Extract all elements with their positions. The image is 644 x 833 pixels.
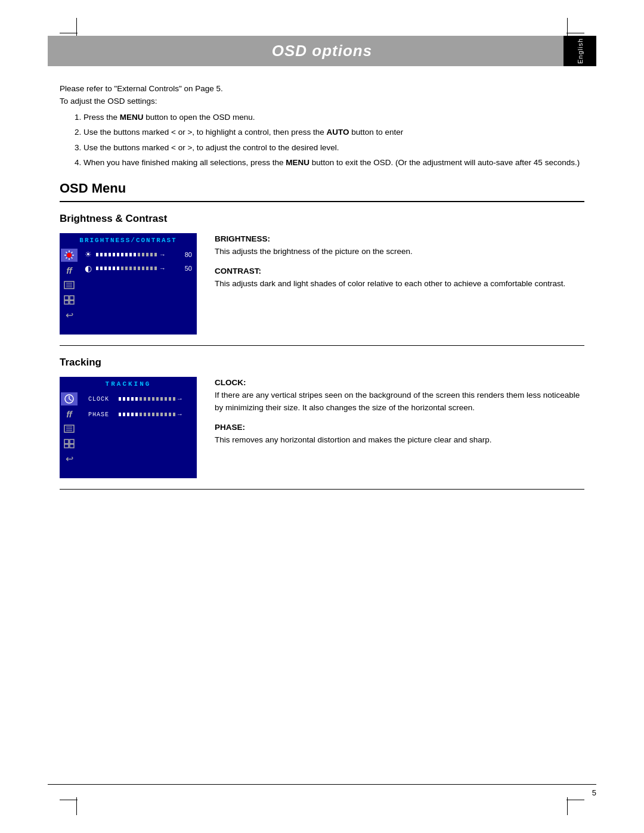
phase-desc-label: PHASE:: [215, 423, 245, 432]
brightness-label: BRIGHTNESS:: [215, 234, 270, 243]
brightness-desc: BRIGHTNESS: This adjusts the brightness …: [215, 233, 584, 258]
brightness-value: 80: [180, 251, 192, 258]
svg-rect-14: [70, 296, 74, 300]
brightness-contrast-section: Brightness & Contrast BRIGHTNESS/CONTRAS…: [60, 213, 584, 335]
osd-tracking-body: ff: [60, 390, 197, 478]
contrast-value: 50: [180, 265, 192, 272]
brightness-bar: →: [96, 251, 177, 258]
tracking-content: TRACKING ff: [60, 377, 584, 478]
osd-icon-5: ↩: [61, 308, 77, 321]
brightness-icon: ☀: [83, 250, 93, 259]
contrast-icon: ◐: [83, 264, 93, 273]
brightness-text: This adjusts the brightness of the pictu…: [215, 247, 413, 256]
svg-line-19: [69, 399, 72, 401]
svg-line-8: [66, 258, 67, 259]
brightness-contrast-content: BRIGHTNESS/CONTRAST: [60, 233, 584, 335]
svg-line-6: [72, 258, 73, 259]
step-4: When you have finished making all select…: [83, 157, 584, 169]
osd-main-col-brightness: ☀: [79, 246, 197, 335]
osd-track-icon-4: [61, 437, 77, 450]
language-tab: English: [564, 36, 596, 66]
clock-desc-text: If there are any vertical stripes seen o…: [215, 391, 580, 412]
svg-line-5: [66, 252, 67, 253]
phase-label: PHASE: [88, 411, 115, 418]
osd-tracking-screen: TRACKING ff: [60, 377, 197, 478]
intro-line2: To adjust the OSD settings:: [60, 97, 584, 106]
osd-contrast-row: ◐: [83, 264, 192, 273]
page-footer: 5: [48, 784, 596, 797]
brightness-contrast-heading: Brightness & Contrast: [60, 213, 584, 225]
phase-bar: →: [119, 411, 187, 418]
thick-divider: [60, 201, 584, 202]
osd-icon-3: [61, 278, 77, 292]
phase-desc: PHASE: This removes any horizontal disto…: [215, 422, 584, 447]
clock-desc-label: CLOCK:: [215, 378, 246, 387]
title-bar: OSD options English: [48, 36, 596, 66]
osd-track-icon-1: [61, 392, 78, 405]
osd-brightness-screen: BRIGHTNESS/CONTRAST: [60, 233, 197, 335]
svg-rect-24: [64, 439, 69, 444]
clock-desc: CLOCK: If there are any vertical stripes…: [215, 377, 584, 414]
page-title: OSD options: [272, 42, 372, 60]
osd-tracking-icons-col: ff: [60, 390, 79, 478]
contrast-label: CONTRAST:: [215, 267, 261, 275]
main-content: Please refer to "External Controls" on P…: [48, 84, 596, 490]
osd-track-icon-3: [61, 422, 77, 435]
svg-rect-13: [64, 296, 69, 300]
tracking-section: Tracking TRACKING: [60, 357, 584, 478]
svg-rect-15: [64, 301, 69, 304]
step-2: Use the buttons marked < or >, to highli…: [83, 126, 584, 138]
tracking-heading: Tracking: [60, 357, 584, 368]
osd-icon-2: ff: [61, 264, 77, 277]
contrast-desc: CONTRAST: This adjusts dark and light sh…: [215, 265, 584, 290]
svg-point-0: [67, 253, 72, 258]
step-3: Use the buttons marked < or >, to adjust…: [83, 142, 584, 154]
intro-line1: Please refer to "External Controls" on P…: [60, 84, 584, 93]
osd-brightness-row: ☀: [83, 250, 192, 259]
svg-rect-26: [64, 444, 69, 448]
osd-menu-heading: OSD Menu: [60, 181, 584, 196]
contrast-bar: →: [96, 265, 177, 272]
steps-list: Press the MENU button to open the OSD me…: [60, 112, 584, 169]
clock-label: CLOCK: [88, 396, 115, 402]
osd-phase-row: PHASE: [83, 409, 192, 420]
osd-tracking-title: TRACKING: [60, 377, 197, 390]
header: OSD options English: [48, 36, 596, 66]
phase-desc-text: This removes any horizontal distortion a…: [215, 435, 491, 444]
svg-rect-16: [70, 301, 74, 304]
osd-icon-brightness-active: [61, 249, 78, 262]
step-1: Press the MENU button to open the OSD me…: [83, 112, 584, 123]
osd-clock-row: CLOCK: [83, 394, 192, 404]
brightness-contrast-desc: BRIGHTNESS: This adjusts the brightness …: [215, 233, 584, 298]
svg-rect-27: [70, 444, 74, 448]
section-divider-2: [60, 489, 584, 490]
language-label: English: [577, 38, 584, 64]
tracking-desc: CLOCK: If there are any vertical stripes…: [215, 377, 584, 454]
osd-brightness-body: ff: [60, 246, 197, 335]
svg-line-7: [72, 252, 73, 253]
svg-rect-25: [70, 439, 74, 444]
osd-track-icon-5: ↩: [61, 452, 77, 465]
clock-bar: →: [119, 395, 187, 402]
section-divider-1: [60, 345, 584, 346]
osd-main-col-tracking: CLOCK: [79, 390, 197, 478]
osd-brightness-title: BRIGHTNESS/CONTRAST: [60, 233, 197, 246]
page-number: 5: [592, 788, 596, 797]
osd-icons-col: ff: [60, 246, 79, 335]
osd-track-icon-2: ff: [61, 407, 77, 420]
osd-icon-4: [61, 293, 77, 306]
contrast-text: This adjusts dark and light shades of co…: [215, 279, 565, 288]
